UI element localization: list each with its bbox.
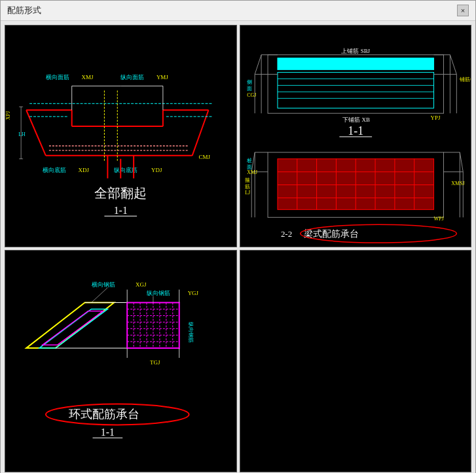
title-bar: 配筋形式 × bbox=[1, 1, 475, 21]
svg-text:筋: 筋 bbox=[245, 184, 250, 190]
svg-text:1-1: 1-1 bbox=[101, 427, 115, 438]
svg-text:XMJ: XMJ bbox=[247, 169, 257, 175]
svg-text:XGJ: XGJ bbox=[136, 281, 147, 288]
panel-huan-shi[interactable]: 纵向钢筋 横向钢筋 XGJ 纵向钢筋 YGJ TGJ 环式配筋承台 bbox=[5, 250, 237, 472]
svg-text:侧: 侧 bbox=[247, 79, 252, 85]
svg-text:环式配筋承台: 环式配筋承台 bbox=[69, 408, 139, 421]
svg-text:横向钢筋: 横向钢筋 bbox=[92, 281, 115, 288]
svg-text:WPJ: WPJ bbox=[433, 216, 443, 222]
svg-text:CGJ: CGJ bbox=[247, 92, 256, 98]
svg-text:纵向面筋: 纵向面筋 bbox=[120, 74, 144, 80]
svg-text:2-2: 2-2 bbox=[280, 229, 291, 239]
svg-text:XMJ: XMJ bbox=[82, 74, 94, 80]
svg-text:桩: 桩 bbox=[246, 158, 252, 164]
svg-text:YPJ: YPJ bbox=[430, 114, 440, 121]
svg-text:横向面筋: 横向面筋 bbox=[46, 74, 69, 80]
svg-text:TGJ: TGJ bbox=[150, 359, 160, 366]
dialog: 配筋形式 × bbox=[0, 0, 476, 473]
svg-text:XPJ: XPJ bbox=[5, 111, 11, 120]
svg-text:LH: LH bbox=[18, 131, 26, 137]
panel-quanbu-fanqi[interactable]: 横向面筋 XMJ 纵向面筋 YMJ 横向底筋 XDJ 纵向底筋 YDJ CMJ … bbox=[5, 25, 237, 247]
svg-text:1-1: 1-1 bbox=[348, 124, 363, 137]
svg-text:YMJ: YMJ bbox=[156, 74, 168, 80]
svg-text:铺筋GJ: 铺筋GJ bbox=[459, 77, 471, 82]
svg-text:YGJ: YGJ bbox=[188, 290, 199, 296]
svg-text:纵向钢筋: 纵向钢筋 bbox=[147, 290, 170, 296]
svg-text:全部翻起: 全部翻起 bbox=[94, 186, 147, 200]
panel-empty bbox=[240, 250, 472, 472]
svg-text:下铺筋 XB: 下铺筋 XB bbox=[342, 116, 370, 123]
svg-text:上铺筋 SBJ: 上铺筋 SBJ bbox=[341, 48, 370, 54]
svg-text:梁式配筋承台: 梁式配筋承台 bbox=[303, 229, 358, 239]
svg-text:XDJ: XDJ bbox=[79, 167, 90, 173]
svg-text:CMJ: CMJ bbox=[199, 154, 211, 160]
svg-text:面: 面 bbox=[247, 86, 252, 92]
svg-text:横向底筋: 横向底筋 bbox=[43, 167, 66, 173]
content-area: 横向面筋 XMJ 纵向面筋 YMJ 横向底筋 XDJ 纵向底筋 YDJ CMJ … bbox=[1, 21, 475, 473]
svg-text:纵向钢筋: 纵向钢筋 bbox=[188, 322, 194, 343]
svg-rect-136 bbox=[242, 251, 469, 472]
svg-text:箍: 箍 bbox=[245, 177, 250, 183]
panel-liang-shi[interactable]: 上铺筋 SBJ 侧 面 CGJ 铺筋GJ YPJ 下铺筋 XB 1-1 bbox=[240, 25, 472, 247]
svg-text:1-1: 1-1 bbox=[114, 205, 128, 216]
svg-rect-42 bbox=[277, 58, 433, 70]
svg-text:XMSJ: XMSJ bbox=[451, 181, 464, 186]
svg-text:YDJ: YDJ bbox=[151, 167, 162, 173]
dialog-title: 配筋形式 bbox=[7, 5, 41, 16]
svg-rect-100 bbox=[7, 251, 234, 472]
svg-text:LJ: LJ bbox=[245, 190, 250, 196]
close-button[interactable]: × bbox=[457, 5, 469, 16]
